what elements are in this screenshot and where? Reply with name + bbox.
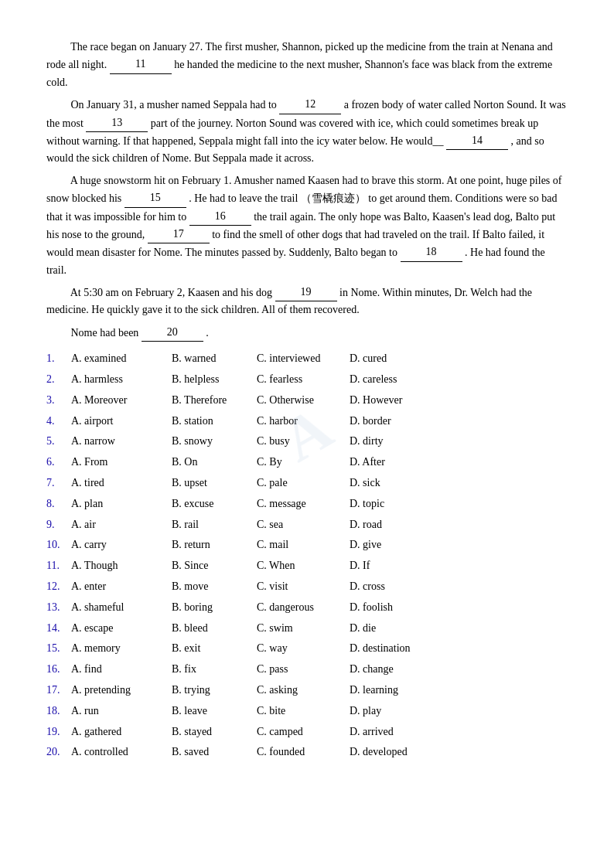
option-8-b: B. excuse [172,495,257,513]
option-17-c: C. asking [257,681,350,700]
option-num-9: 9. [46,516,71,534]
option-10-b: B. return [172,536,257,554]
option-1-c: C. interviewed [257,349,350,368]
option-5-b: B. snowy [172,432,257,451]
option-num-1: 1. [46,349,71,368]
option-2-a: A. harmless [71,370,172,389]
option-17-b: B. trying [172,681,257,700]
option-num-15: 15. [46,639,71,658]
option-13-a: A. shameful [71,598,172,617]
option-row-13: 13.A. shamefulB. boringC. dangerousD. fo… [46,598,568,617]
option-6-c: C. By [257,453,350,471]
option-3-c: C. Otherwise [257,391,350,410]
option-12-d: D. cross [350,577,427,596]
option-row-16: 16.A. findB. fixC. passD. change [46,660,568,679]
option-3-b: B. Therefore [172,391,257,410]
option-row-18: 18.A. runB. leaveC. biteD. play [46,702,568,720]
option-16-b: B. fix [172,660,257,679]
option-5-c: C. busy [257,432,350,451]
option-18-c: C. bite [257,702,350,720]
option-16-a: A. find [71,660,172,679]
paragraph-4: At 5:30 am on February 2, Kaasen and his… [46,284,568,319]
option-4-c: C. harbor [257,412,350,431]
option-20-a: A. controlled [71,743,172,761]
option-20-c: C. founded [257,743,350,761]
option-8-d: D. topic [350,495,427,513]
option-13-c: C. dangerous [257,598,350,617]
option-7-b: B. upset [172,474,257,492]
option-num-19: 19. [46,723,71,741]
option-19-c: C. camped [257,723,350,741]
option-row-2: 2.A. harmlessB. helplessC. fearlessD. ca… [46,370,568,389]
option-num-8: 8. [46,495,71,513]
option-6-b: B. On [172,453,257,471]
option-7-a: A. tired [71,474,172,492]
option-8-a: A. plan [71,495,172,513]
option-1-a: A. examined [71,349,172,368]
option-num-12: 12. [46,577,71,596]
option-9-b: B. rail [172,516,257,534]
option-18-a: A. run [71,702,172,720]
option-num-18: 18. [46,702,71,720]
option-14-a: A. escape [71,619,172,638]
option-15-a: A. memory [71,639,172,658]
option-14-c: C. swim [257,619,350,638]
paragraph-3: A huge snowstorm hit on February 1. Amus… [46,172,568,279]
option-2-d: D. careless [350,370,427,389]
option-12-b: B. move [172,577,257,596]
option-13-d: D. foolish [350,598,427,617]
option-6-d: D. After [350,453,427,471]
option-num-14: 14. [46,619,71,638]
option-15-d: D. destination [350,639,427,658]
option-row-1: 1.A. examinedB. warnedC. interviewedD. c… [46,349,568,368]
option-6-a: A. From [71,453,172,471]
option-11-d: D. If [350,557,427,575]
option-11-a: A. Though [71,557,172,575]
option-4-d: D. border [350,412,427,431]
option-15-c: C. way [257,639,350,658]
option-num-6: 6. [46,453,71,471]
option-9-a: A. air [71,516,172,534]
option-row-15: 15.A. memoryB. exitC. wayD. destination [46,639,568,658]
option-4-b: B. station [172,412,257,431]
option-17-a: A. pretending [71,681,172,700]
option-18-b: B. leave [172,702,257,720]
option-14-d: D. die [350,619,427,638]
option-8-c: C. message [257,495,350,513]
option-11-c: C. When [257,557,350,575]
option-17-d: D. learning [350,681,427,700]
option-13-b: B. boring [172,598,257,617]
paragraph-1: The race began on January 27. The first … [46,39,568,91]
option-num-4: 4. [46,412,71,431]
option-19-b: B. stayed [172,723,257,741]
option-19-a: A. gathered [71,723,172,741]
option-20-b: B. saved [172,743,257,761]
paragraph-5: Nome had been 20 . [46,324,568,342]
option-7-d: D. sick [350,474,427,492]
option-20-d: D. developed [350,743,427,761]
option-15-b: B. exit [172,639,257,658]
option-3-a: A. Moreover [71,391,172,410]
option-12-c: C. visit [257,577,350,596]
option-row-4: 4.A. airportB. stationC. harborD. border [46,412,568,431]
option-row-19: 19.A. gatheredB. stayedC. campedD. arriv… [46,723,568,741]
option-num-11: 11. [46,557,71,575]
option-7-c: C. pale [257,474,350,492]
option-row-12: 12.A. enterB. moveC. visitD. cross [46,577,568,596]
option-10-d: D. give [350,536,427,554]
option-9-d: D. road [350,516,427,534]
option-14-b: B. bleed [172,619,257,638]
option-num-16: 16. [46,660,71,679]
option-2-c: C. fearless [257,370,350,389]
passage-text: The race began on January 27. The first … [46,39,568,342]
option-num-7: 7. [46,474,71,492]
option-10-c: C. mail [257,536,350,554]
option-9-c: C. sea [257,516,350,534]
option-19-d: D. arrived [350,723,427,741]
option-num-13: 13. [46,598,71,617]
options-section: 1.A. examinedB. warnedC. interviewedD. c… [46,349,568,761]
option-row-17: 17.A. pretendingB. tryingC. askingD. lea… [46,681,568,700]
paragraph-2: On January 31, a musher named Seppala ha… [46,96,568,168]
option-11-b: B. Since [172,557,257,575]
option-num-20: 20. [46,743,71,761]
